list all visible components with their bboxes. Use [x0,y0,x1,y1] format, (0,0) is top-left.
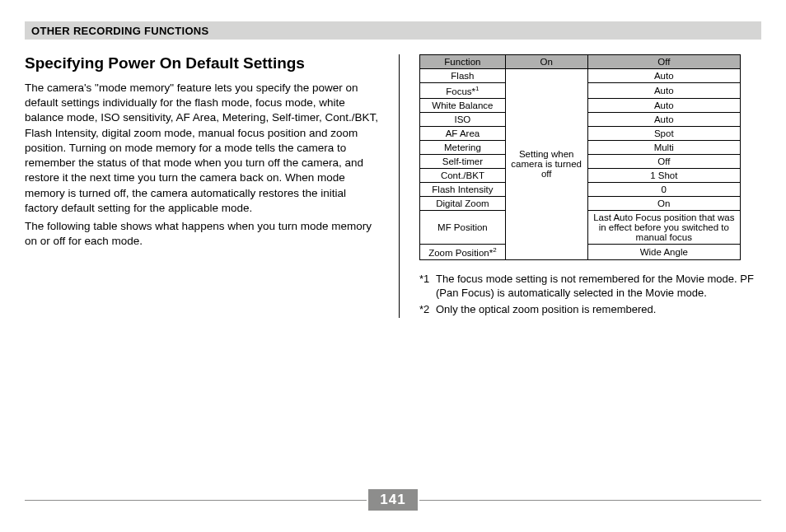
off-cell: Off [587,154,740,168]
off-cell: Auto [587,98,740,112]
off-cell: On [587,196,740,210]
fn-text: Zoom Position [428,248,489,258]
footer-rule-right [419,500,761,501]
footer-rule-left [25,500,367,501]
header-on: On [505,55,587,69]
section-title: OTHER RECORDING FUNCTIONS [31,25,209,37]
fn-cell: Cont./BKT [420,168,506,182]
column-separator [399,54,400,318]
header-off: Off [587,55,740,69]
body-paragraph-2: The following table shows what happens w… [25,219,379,249]
off-cell: Spot [587,126,740,140]
fn-cell: Zoom Position*2 [420,244,506,259]
footnote-marker: *2 [419,302,436,317]
off-cell: Wide Angle [587,244,740,259]
fn-cell: AF Area [420,126,506,140]
fn-text: Focus [446,86,471,96]
fn-cell: Metering [420,140,506,154]
fn-cell: Digital Zoom [420,196,506,210]
page: OTHER RECORDING FUNCTIONS Specifying Pow… [0,0,786,532]
on-merged-cell: Setting when camera is turned off [505,69,587,260]
off-cell: Auto [587,83,740,99]
header-function: Function [420,55,506,69]
off-cell: Auto [587,112,740,126]
off-cell: 1 Shot [587,168,740,182]
footnotes: *1 The focus mode setting is not remembe… [419,272,761,317]
footnote-marker: *1 [419,272,436,301]
content-columns: Specifying Power On Default Settings The… [25,54,761,318]
footnote: *2 Only the optical zoom position is rem… [419,302,761,317]
fn-cell: MF Position [420,210,506,244]
footnote-text: Only the optical zoom position is rememb… [436,302,656,317]
off-cell: Multi [587,140,740,154]
fn-cell: Self-timer [420,154,506,168]
off-cell: Last Auto Focus position that was in eff… [587,210,740,244]
section-title-bar: OTHER RECORDING FUNCTIONS [25,21,761,40]
left-column: Specifying Power On Default Settings The… [25,54,399,318]
fn-sup: 2 [493,246,496,254]
fn-cell: Flash Intensity [420,182,506,196]
fn-sup: 1 [475,85,479,92]
page-number: 141 [368,489,417,511]
footnote: *1 The focus mode setting is not remembe… [419,272,761,301]
body-paragraph-1: The camera's "mode memory" feature lets … [25,81,379,216]
off-cell: Auto [587,69,740,83]
page-heading: Specifying Power On Default Settings [25,54,379,72]
footnote-text: The focus mode setting is not remembered… [436,272,761,301]
off-cell: 0 [587,182,740,196]
fn-cell: Focus*1 [420,83,506,99]
right-column: Function On Off Flash Setting when camer… [419,54,761,318]
fn-cell: White Balance [420,98,506,112]
fn-cell: Flash [420,69,506,83]
page-footer: 141 [25,489,761,511]
settings-table: Function On Off Flash Setting when camer… [419,54,741,260]
table-row: Flash Setting when camera is turned off … [420,69,741,83]
table-header-row: Function On Off [420,55,741,69]
fn-cell: ISO [420,112,506,126]
